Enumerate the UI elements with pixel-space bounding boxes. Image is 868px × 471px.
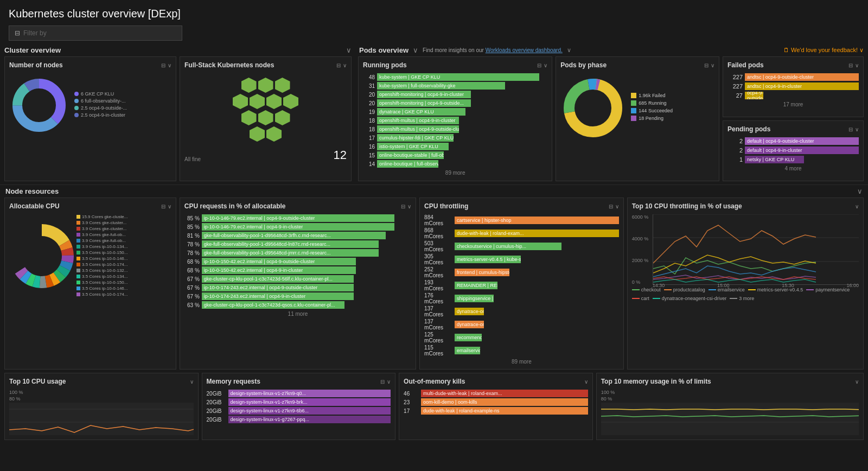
mem-req-collapse[interactable]: ∨ [387,379,391,385]
pods-phase-donut: 1.96k Failed 685 Running 144 Succeeded 1… [560,73,714,143]
phase-donut-chart [560,75,626,141]
running-pods-panel: Running pods ⊟ ∨ 48kube-system | GKE CP … [358,56,552,181]
filter-placeholder: Filter by [23,29,47,37]
pending-pods-collapse[interactable]: ∨ [855,126,859,132]
list-item: 23oom-kill-demo | oom-kills [404,398,588,406]
throttling-timeseries-svg [653,214,859,284]
list-item: 18openshift-multus | ocp4-9-outside-clu.… [363,125,547,133]
top10-cpu-y80: 80 % [9,396,194,402]
list-item: 67 %ip-10-0-174-243.ec2.internal | ocp4-… [184,284,411,291]
top10-cpu-y100: 100 % [9,390,194,395]
top10-cpu-collapse[interactable]: ∨ [855,203,859,209]
list-item: 78 %gke-full-observability-pool-1-d95648… [184,240,411,248]
fullstack-collapse-icon[interactable]: ∨ [343,62,347,68]
running-pods-more[interactable]: 89 more [363,170,547,176]
node-resources-collapse[interactable]: ∨ [857,187,863,195]
nodes-collapse-icon[interactable]: ∨ [168,62,171,68]
list-item: 20GiBdesign-system-linux-v1-z7kn9-q0... [207,390,391,397]
list-item: 884 mCorescartservice | hipster-shop [424,214,619,226]
hex-node-2 [258,78,273,93]
node-count: 12 [334,148,347,162]
cpu-throttle-collapse[interactable]: ∨ [615,203,619,209]
list-item: 193 mCoresREMAINDER | REMAINDER [424,279,619,291]
list-item: 48kube-system | GKE CP KLU [363,73,547,81]
pending-pods-title: Pending pods [727,125,846,133]
list-item: 31kube-system | full-observability-gke [363,82,547,90]
list-item: 85 %ip-10-0-146-79.ec2.internal | ocp4-9… [184,214,411,222]
failed-pods-panel: Failed pods ⊟ ∨ 227andtsc | ocp4-9-outsi… [723,56,864,117]
alloc-cpu-collapse[interactable]: ∨ [168,203,171,209]
list-item: 67 %gke-cluster-cp-klu-pool-1-c3c7423d-5… [184,275,411,283]
list-item: 17cumulus-hipster-fdi | GKE CP KLU [363,134,547,142]
alloc-cpu-filter[interactable]: ⊟ [161,203,165,209]
cpu-requests-panel: CPU requests in % of allocatable ⊟ ∨ 85 … [180,198,416,370]
oom-kills-panel: Out-of-memory kills ∨ 46multi-dude-with-… [399,373,593,440]
cpu-throttling-list: 884 mCorescartservice | hipster-shop 868… [424,214,619,357]
filter-input-container[interactable]: ⊟ Filter by [9,26,182,41]
mem-req-filter[interactable]: ⊟ [380,379,385,385]
allocatable-cpu-title: Allocatable CPU [9,202,159,210]
oom-kills-title: Out-of-memory kills [404,378,582,385]
pods-overview-title: Pods overview [359,46,409,54]
list-item: 1netsky | GKE CP KLU [727,156,859,163]
pods-overview-collapse[interactable]: ∨ [413,46,418,54]
fullstack-filter-icon[interactable]: ⊟ [336,62,341,68]
hex-node-12 [266,126,282,142]
list-item: 16istio-system | GKE CP KLU [363,143,547,150]
y-label-0: 0 % [632,279,652,285]
failed-pods-filter[interactable]: ⊟ [848,62,853,68]
pods-by-phase-title: Pods by phase [560,61,702,69]
allocatable-cpu-panel: Allocatable CPU ⊟ ∨ 15. [4,198,176,370]
cpu-throttle-filter[interactable]: ⊟ [609,203,613,209]
cluster-overview-collapse[interactable]: ∨ [346,46,352,54]
pending-pods-more[interactable]: 4 more [727,166,859,171]
pending-pods-filter[interactable]: ⊟ [848,126,853,132]
pods-phase-filter[interactable]: ⊟ [704,62,709,68]
running-pods-collapse[interactable]: ∨ [544,62,547,68]
list-item: 14online-boutique | full-observability-g… [363,160,547,168]
list-item: 78 %gke-full-observability-pool-1-d95648… [184,249,411,257]
list-item: 20GiBdesign-system-linux-v1-z7kn9-brk... [207,398,391,406]
cpu-throttle-more[interactable]: 89 more [424,359,619,365]
failed-pods-list: 227andtsc | ocp4-9-outside-cluster 227an… [727,73,859,99]
running-pods-filter[interactable]: ⊟ [537,62,541,68]
workloads-link-text: Find more insights on our Workloads over… [423,47,563,53]
hex-grid [184,73,347,146]
top10-cpu-chart [9,403,194,435]
memory-requests-title: Memory requests [207,378,379,385]
cpu-req-collapse[interactable]: ∨ [407,203,411,209]
failed-pods-more[interactable]: 17 more [727,101,859,107]
nodes-filter-icon[interactable]: ⊟ [161,62,165,68]
top10-cpu-chart-container: 6000 % 4000 % 2000 % 0 % [632,214,859,301]
list-item: 20openshift-monitoring | ocp4-9-in-clust… [363,91,547,98]
alloc-cpu-legend: 15.9 Cores gke-cluste... 3.9 Cores gke-c… [76,214,128,298]
number-of-nodes-panel: Number of nodes ⊟ ∨ 6 GKE CP KLU 6 full- [4,56,176,181]
running-pods-title: Running pods [363,61,535,69]
list-item: 20GiBdesign-system-linux-v1-g7267-ppq... [207,416,391,423]
hex-node-1 [241,78,257,93]
pending-pods-panel: Pending pods ⊟ ∨ 2default | ocp4-9-outsi… [723,120,864,181]
workloads-link-chevron[interactable]: ∨ [567,47,571,54]
memory-requests-panel: Memory requests ⊟ ∨ 20GiBdesign-system-l… [202,373,396,440]
list-item: 2default | ocp4-9-outside-cluster [727,137,859,145]
nodes-legend: 6 GKE CP KLU 6 full-observability-... 2.… [74,91,127,119]
failed-pods-collapse[interactable]: ∨ [855,62,859,68]
hex-node-11 [250,126,265,142]
hex-node-9 [258,110,273,125]
top10-mem-collapse[interactable]: ∨ [855,379,859,385]
top10-mem-svg [601,403,859,435]
list-item: 15online-boutique-stable | full-observab… [363,151,547,159]
top10-cpu-throttling-panel: Top 10 CPU throttling in % of usage ∨ 60… [627,198,864,370]
oom-kills-collapse[interactable]: ∨ [584,379,588,385]
hex-node-10 [275,110,290,125]
page-title: Kubernetes cluster overview [DExp] [0,0,868,26]
cpu-req-filter[interactable]: ⊟ [401,203,405,209]
feedback-link[interactable]: 🗒 We'd love your feedback! ∨ [783,47,864,54]
top10-cpu-usage-title: Top 10 CPU usage [9,378,188,385]
cpu-requests-more[interactable]: 11 more [184,311,411,317]
list-item: 227andtsc | ocp4-9-outside-cluster [727,73,859,81]
top10-cpu-title: Top 10 CPU throttling in % of usage [632,202,853,210]
top10-cpu-usage-collapse[interactable]: ∨ [190,379,194,385]
hex-node-3 [275,78,290,93]
pods-phase-collapse[interactable]: ∨ [711,62,714,68]
